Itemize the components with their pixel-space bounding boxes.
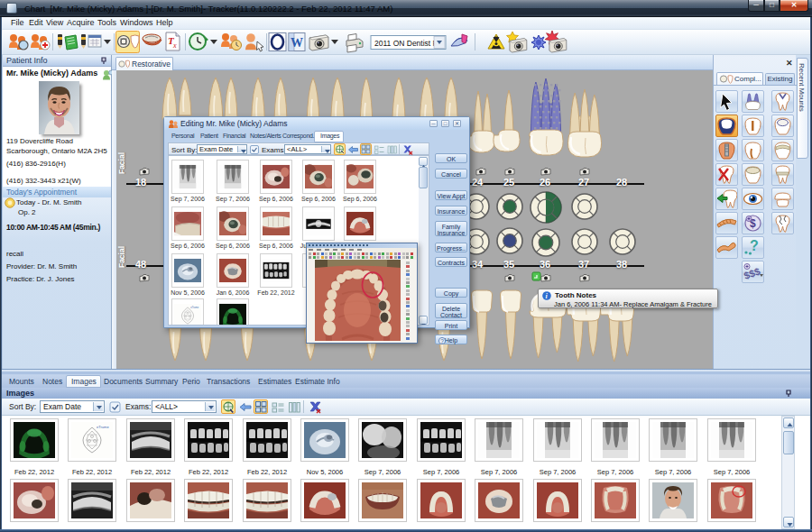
svg-text:?: ? <box>750 238 759 253</box>
svg-text:?: ? <box>440 338 444 344</box>
svg-text:eTrume: eTrume <box>190 306 198 309</box>
svg-text:eTrume: eTrume <box>97 425 109 429</box>
svg-text:W: W <box>291 36 303 50</box>
svg-text:x: x <box>172 41 177 50</box>
svg-text:2011 ON Dentist F: 2011 ON Dentist F <box>374 39 438 48</box>
